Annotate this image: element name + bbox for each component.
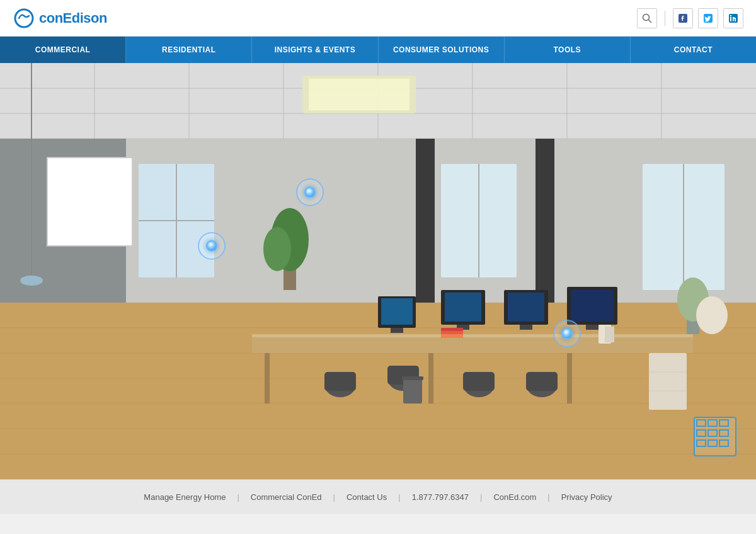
footer-commercial-coned[interactable]: Commercial ConEd — [239, 492, 333, 502]
logo-text: conEdison — [39, 10, 107, 26]
svg-rect-89 — [719, 420, 728, 426]
main-hero-image — [0, 63, 756, 479]
svg-rect-92 — [719, 430, 728, 436]
svg-rect-91 — [708, 430, 717, 436]
nav-tools[interactable]: TOOLS — [505, 37, 631, 63]
svg-rect-88 — [708, 420, 717, 426]
office-scene-svg — [0, 63, 756, 479]
svg-rect-66 — [324, 372, 356, 391]
twitter-button[interactable] — [698, 8, 718, 28]
header: conEdison — [0, 0, 756, 37]
nav-consumer-solutions[interactable]: CONSUMER SOLUTIONS — [379, 37, 505, 63]
svg-rect-63 — [571, 290, 614, 322]
logo-area[interactable]: conEdison — [13, 7, 107, 30]
svg-line-1 — [649, 20, 652, 23]
main-nav: COMMERCIAL RESIDENTIAL INSIGHTS & EVENTS… — [0, 37, 756, 63]
svg-rect-77 — [441, 334, 463, 338]
svg-rect-54 — [381, 298, 413, 325]
footer-manage-energy[interactable]: Manage Energy Home — [132, 492, 237, 502]
nav-insights-events[interactable]: INSIGHTS & EVENTS — [252, 37, 378, 63]
linkedin-icon — [729, 14, 738, 23]
svg-rect-70 — [463, 372, 495, 391]
nav-contact[interactable]: CONTACT — [631, 37, 756, 63]
svg-rect-72 — [526, 372, 558, 391]
hotspot-hvac[interactable] — [198, 232, 226, 260]
search-button[interactable] — [637, 8, 657, 28]
svg-rect-79 — [605, 327, 614, 342]
hotspot-center-3 — [561, 328, 573, 339]
svg-rect-49 — [265, 353, 270, 403]
svg-rect-73 — [403, 378, 422, 403]
svg-rect-90 — [697, 430, 706, 436]
building-grid-icon — [693, 416, 737, 457]
footer-coned-com[interactable]: ConEd.com — [482, 492, 547, 502]
footer-privacy-policy[interactable]: Privacy Policy — [550, 492, 624, 502]
nav-commercial[interactable]: COMMERCIAL — [0, 37, 126, 63]
svg-point-36 — [20, 276, 43, 286]
svg-rect-74 — [402, 376, 423, 380]
svg-rect-48 — [252, 334, 693, 337]
hotspot-ceiling-light[interactable] — [296, 178, 324, 206]
svg-rect-40 — [0, 303, 756, 479]
footer-phone[interactable]: 1.877.797.6347 — [401, 492, 480, 502]
header-divider — [665, 11, 665, 26]
facebook-button[interactable] — [673, 8, 693, 28]
svg-rect-95 — [719, 440, 728, 446]
svg-rect-64 — [586, 325, 598, 330]
svg-point-85 — [696, 296, 728, 334]
building-icon[interactable] — [693, 416, 737, 460]
svg-rect-61 — [520, 325, 532, 330]
twitter-icon — [704, 14, 713, 23]
linkedin-button[interactable] — [723, 8, 743, 28]
svg-rect-51 — [567, 353, 572, 403]
svg-rect-55 — [391, 328, 403, 333]
svg-rect-5 — [730, 17, 731, 21]
header-icons — [637, 8, 743, 28]
hotspot-center-2 — [206, 240, 217, 252]
svg-rect-87 — [697, 420, 706, 426]
nav-residential[interactable]: RESIDENTIAL — [126, 37, 252, 63]
footer-contact-us[interactable]: Contact Us — [335, 492, 398, 502]
svg-rect-50 — [428, 353, 433, 403]
svg-point-0 — [643, 14, 650, 20]
svg-rect-80 — [649, 353, 687, 410]
svg-rect-34 — [47, 158, 132, 246]
svg-rect-93 — [697, 440, 706, 446]
svg-rect-94 — [708, 440, 717, 446]
svg-rect-60 — [508, 293, 544, 322]
hotspot-wall-unit[interactable] — [553, 320, 581, 347]
hotspot-center — [304, 187, 316, 198]
svg-point-6 — [730, 15, 731, 16]
svg-point-39 — [263, 227, 291, 271]
facebook-icon — [679, 14, 687, 23]
svg-rect-19 — [309, 79, 410, 110]
svg-rect-57 — [445, 293, 481, 322]
footer: Manage Energy Home | Commercial ConEd | … — [0, 479, 756, 514]
search-icon — [642, 13, 652, 23]
logo-icon — [13, 7, 35, 30]
